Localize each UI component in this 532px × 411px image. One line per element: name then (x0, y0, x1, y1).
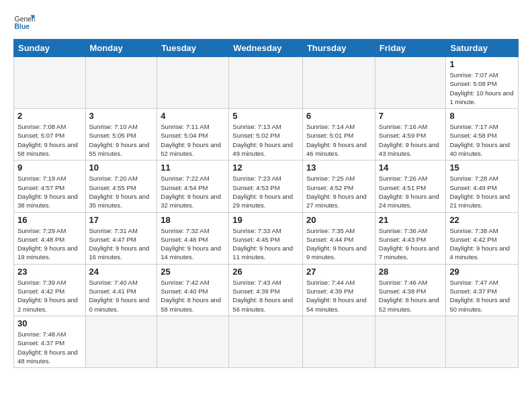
day-info: Sunrise: 7:19 AM Sunset: 4:57 PM Dayligh… (17, 174, 82, 210)
day-number: 12 (232, 163, 299, 173)
calendar-cell (85, 57, 157, 109)
day-info: Sunrise: 7:33 AM Sunset: 4:45 PM Dayligh… (232, 226, 299, 262)
day-number: 11 (161, 163, 225, 173)
day-info: Sunrise: 7:31 AM Sunset: 4:47 PM Dayligh… (89, 226, 154, 262)
day-number: 29 (449, 267, 515, 277)
calendar-cell (302, 57, 375, 109)
calendar-cell: 2Sunrise: 7:08 AM Sunset: 5:07 PM Daylig… (14, 109, 86, 161)
day-number: 16 (17, 215, 82, 225)
calendar-cell (302, 316, 375, 367)
day-number: 25 (161, 267, 225, 277)
calendar-cell: 15Sunrise: 7:28 AM Sunset: 4:49 PM Dayli… (446, 161, 519, 212)
weekday-header-wednesday: Wednesday (229, 40, 303, 57)
calendar-cell: 13Sunrise: 7:25 AM Sunset: 4:52 PM Dayli… (302, 161, 375, 212)
day-number: 21 (379, 215, 443, 225)
day-number: 28 (379, 267, 443, 277)
week-row-5: 30Sunrise: 7:48 AM Sunset: 4:37 PM Dayli… (14, 316, 519, 367)
day-info: Sunrise: 7:20 AM Sunset: 4:55 PM Dayligh… (89, 174, 154, 210)
calendar-cell: 23Sunrise: 7:39 AM Sunset: 4:42 PM Dayli… (14, 264, 86, 316)
day-info: Sunrise: 7:35 AM Sunset: 4:44 PM Dayligh… (306, 226, 371, 262)
day-number: 19 (232, 215, 299, 225)
day-info: Sunrise: 7:13 AM Sunset: 5:02 PM Dayligh… (232, 122, 299, 158)
calendar-cell: 29Sunrise: 7:47 AM Sunset: 4:37 PM Dayli… (446, 264, 519, 316)
day-info: Sunrise: 7:16 AM Sunset: 4:59 PM Dayligh… (379, 122, 443, 158)
calendar-cell: 1Sunrise: 7:07 AM Sunset: 5:08 PM Daylig… (446, 57, 519, 109)
calendar-cell: 26Sunrise: 7:43 AM Sunset: 4:39 PM Dayli… (229, 264, 303, 316)
calendar-cell: 27Sunrise: 7:44 AM Sunset: 4:39 PM Dayli… (302, 264, 375, 316)
week-row-0: 1Sunrise: 7:07 AM Sunset: 5:08 PM Daylig… (14, 57, 519, 109)
day-number: 24 (89, 267, 154, 277)
calendar-cell: 19Sunrise: 7:33 AM Sunset: 4:45 PM Dayli… (229, 212, 303, 264)
calendar-cell: 11Sunrise: 7:22 AM Sunset: 4:54 PM Dayli… (157, 161, 229, 212)
calendar-cell: 10Sunrise: 7:20 AM Sunset: 4:55 PM Dayli… (85, 161, 157, 212)
day-number: 17 (89, 215, 154, 225)
calendar-cell: 18Sunrise: 7:32 AM Sunset: 4:46 PM Dayli… (157, 212, 229, 264)
header: General Blue (13, 11, 519, 32)
day-number: 27 (306, 267, 371, 277)
day-number: 22 (449, 215, 515, 225)
day-info: Sunrise: 7:44 AM Sunset: 4:39 PM Dayligh… (306, 278, 371, 314)
calendar-cell (157, 316, 229, 367)
day-info: Sunrise: 7:40 AM Sunset: 4:41 PM Dayligh… (89, 278, 154, 314)
day-info: Sunrise: 7:26 AM Sunset: 4:51 PM Dayligh… (379, 174, 443, 210)
day-number: 3 (89, 111, 154, 121)
logo: General Blue (13, 11, 35, 32)
week-row-2: 9Sunrise: 7:19 AM Sunset: 4:57 PM Daylig… (14, 161, 519, 212)
weekday-header-sunday: Sunday (14, 40, 86, 57)
day-number: 1 (449, 59, 515, 69)
day-number: 9 (17, 163, 82, 173)
calendar-cell: 24Sunrise: 7:40 AM Sunset: 4:41 PM Dayli… (85, 264, 157, 316)
weekday-header-saturday: Saturday (446, 40, 519, 57)
day-info: Sunrise: 7:23 AM Sunset: 4:53 PM Dayligh… (232, 174, 299, 210)
day-info: Sunrise: 7:39 AM Sunset: 4:42 PM Dayligh… (17, 278, 82, 314)
calendar: SundayMondayTuesdayWednesdayThursdayFrid… (13, 39, 519, 368)
day-number: 4 (161, 111, 225, 121)
day-info: Sunrise: 7:47 AM Sunset: 4:37 PM Dayligh… (449, 278, 515, 314)
calendar-cell: 17Sunrise: 7:31 AM Sunset: 4:47 PM Dayli… (85, 212, 157, 264)
calendar-cell: 21Sunrise: 7:36 AM Sunset: 4:43 PM Dayli… (375, 212, 446, 264)
day-info: Sunrise: 7:38 AM Sunset: 4:42 PM Dayligh… (449, 226, 515, 262)
day-info: Sunrise: 7:25 AM Sunset: 4:52 PM Dayligh… (306, 174, 371, 210)
calendar-cell: 4Sunrise: 7:11 AM Sunset: 5:04 PM Daylig… (157, 109, 229, 161)
day-info: Sunrise: 7:29 AM Sunset: 4:48 PM Dayligh… (17, 226, 82, 262)
calendar-cell: 28Sunrise: 7:46 AM Sunset: 4:38 PM Dayli… (375, 264, 446, 316)
weekday-header-tuesday: Tuesday (157, 40, 229, 57)
day-info: Sunrise: 7:22 AM Sunset: 4:54 PM Dayligh… (161, 174, 225, 210)
day-number: 13 (306, 163, 371, 173)
weekday-header-thursday: Thursday (302, 40, 375, 57)
weekday-header-monday: Monday (85, 40, 157, 57)
weekday-header-friday: Friday (375, 40, 446, 57)
day-info: Sunrise: 7:48 AM Sunset: 4:37 PM Dayligh… (17, 330, 82, 365)
day-number: 15 (449, 163, 515, 173)
day-info: Sunrise: 7:43 AM Sunset: 4:39 PM Dayligh… (232, 278, 299, 314)
calendar-cell: 22Sunrise: 7:38 AM Sunset: 4:42 PM Dayli… (446, 212, 519, 264)
day-number: 30 (17, 318, 82, 328)
calendar-cell: 3Sunrise: 7:10 AM Sunset: 5:05 PM Daylig… (85, 109, 157, 161)
calendar-cell: 6Sunrise: 7:14 AM Sunset: 5:01 PM Daylig… (302, 109, 375, 161)
day-info: Sunrise: 7:14 AM Sunset: 5:01 PM Dayligh… (306, 122, 371, 158)
calendar-cell: 30Sunrise: 7:48 AM Sunset: 4:37 PM Dayli… (14, 316, 86, 367)
week-row-3: 16Sunrise: 7:29 AM Sunset: 4:48 PM Dayli… (14, 212, 519, 264)
calendar-cell: 8Sunrise: 7:17 AM Sunset: 4:58 PM Daylig… (446, 109, 519, 161)
calendar-cell (229, 57, 303, 109)
calendar-cell: 25Sunrise: 7:42 AM Sunset: 4:40 PM Dayli… (157, 264, 229, 316)
logo-icon: General Blue (13, 11, 35, 32)
day-info: Sunrise: 7:07 AM Sunset: 5:08 PM Dayligh… (449, 71, 515, 106)
svg-text:Blue: Blue (15, 23, 30, 30)
calendar-cell: 5Sunrise: 7:13 AM Sunset: 5:02 PM Daylig… (229, 109, 303, 161)
calendar-cell: 12Sunrise: 7:23 AM Sunset: 4:53 PM Dayli… (229, 161, 303, 212)
day-number: 5 (232, 111, 299, 121)
calendar-cell (85, 316, 157, 367)
calendar-cell (229, 316, 303, 367)
day-number: 7 (379, 111, 443, 121)
day-number: 18 (161, 215, 225, 225)
day-info: Sunrise: 7:46 AM Sunset: 4:38 PM Dayligh… (379, 278, 443, 314)
day-info: Sunrise: 7:28 AM Sunset: 4:49 PM Dayligh… (449, 174, 515, 210)
day-number: 20 (306, 215, 371, 225)
page: General Blue SundayMondayTuesdayWednesda… (0, 0, 532, 375)
day-info: Sunrise: 7:08 AM Sunset: 5:07 PM Dayligh… (17, 122, 82, 158)
calendar-cell: 14Sunrise: 7:26 AM Sunset: 4:51 PM Dayli… (375, 161, 446, 212)
day-number: 10 (89, 163, 154, 173)
day-number: 2 (17, 111, 82, 121)
calendar-cell (14, 57, 86, 109)
